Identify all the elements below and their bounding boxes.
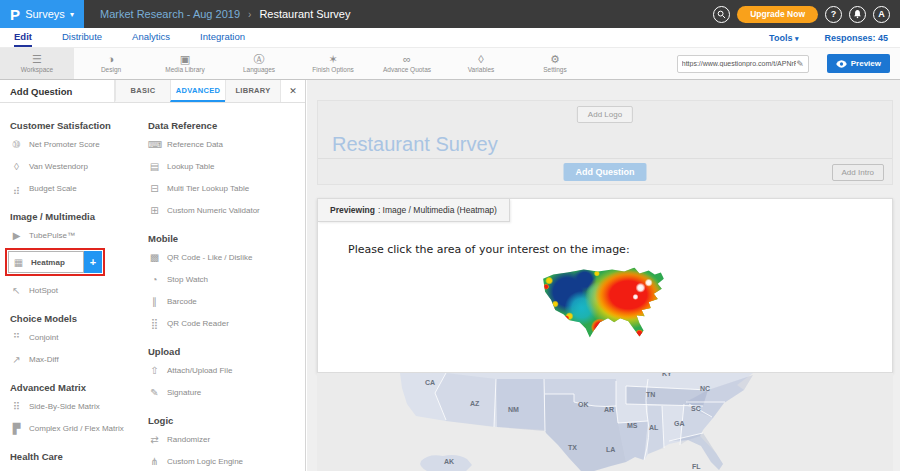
breadcrumb: Market Research - Aug 2019 › Restaurant … — [100, 8, 350, 20]
toolbar-item[interactable]: ☰ Workspace — [0, 48, 74, 79]
qr-reader-icon: ⣿ — [148, 318, 161, 329]
question-type-column-2: Data Reference ⌨ Reference Data — [148, 108, 302, 471]
question-type-column-1: Customer Satisfaction ⑩ Net Promoter Sco… — [10, 108, 148, 471]
toolbar-item[interactable]: ◊ Variables — [444, 48, 518, 79]
close-icon[interactable]: ✕ — [280, 80, 305, 102]
subnav-item[interactable]: Analytics — [132, 28, 170, 47]
keyboard-icon: ⌨ — [148, 139, 161, 150]
avatar[interactable]: A — [873, 6, 890, 23]
share-url-input[interactable] — [682, 60, 796, 67]
edit-url-icon[interactable]: ✎ — [796, 59, 804, 69]
notifications-button[interactable] — [849, 6, 866, 23]
numeric-validator-icon: ⊞ — [148, 205, 161, 216]
question-type-item[interactable]: ⣿ QR Code Reader — [148, 312, 302, 334]
question-type-item[interactable]: ◊ Van Westendorp — [10, 155, 148, 177]
toolbar-item[interactable]: Ⓐ Languages — [222, 48, 296, 79]
question-type-item[interactable]: ⊟ Multi Tier Lookup Table — [148, 177, 302, 199]
add-question-panel: Add Question BASICADVANCEDLIBRARY ✕ Cust… — [0, 80, 306, 471]
multi-tier-icon: ⊟ — [148, 183, 161, 194]
subnav-items: EditDistributeAnalyticsIntegration — [14, 28, 245, 47]
question-type-item[interactable]: ☻ Homunculus Question — [10, 464, 148, 471]
question-type-item[interactable]: ⊞ Custom Numeric Validator — [148, 199, 302, 221]
panel-title: Add Question — [0, 80, 115, 102]
state-label: KY — [662, 373, 672, 377]
question-type-item: Logic — [148, 412, 302, 428]
add-selected-question-button[interactable] — [84, 251, 102, 273]
panel-tab[interactable]: LIBRARY — [225, 80, 280, 102]
question-type-item[interactable]: ⑩ Net Promoter Score — [10, 133, 148, 155]
topbar: P Surveys ▾ Market Research - Aug 2019 ›… — [0, 0, 900, 28]
question-type-item[interactable]: ▛ Complex Grid / Flex Matrix — [10, 417, 148, 439]
help-button[interactable]: ? — [825, 6, 842, 23]
toolbar-right: ✎ Preview — [677, 48, 900, 79]
question-type-item: Mobile — [148, 230, 302, 246]
question-type-item[interactable]: ▦ Heatmap — [5, 248, 105, 276]
tools-menu[interactable]: Tools ▾ — [769, 33, 798, 43]
lookup-table-icon: ▤ — [148, 161, 161, 172]
us-map-question-image[interactable]: KYCAAZNMOKARTNNCSCMSALGATXLAFLAK — [317, 373, 893, 471]
state-label: AZ — [470, 400, 479, 407]
search-button[interactable] — [713, 6, 730, 23]
toolbar-item[interactable]: ◑ Design — [74, 48, 148, 79]
subnav-item[interactable]: Edit — [14, 28, 32, 47]
panel-header: Add Question BASICADVANCEDLIBRARY ✕ — [0, 80, 305, 103]
subnav: EditDistributeAnalyticsIntegration Tools… — [0, 28, 900, 48]
state-label: MS — [627, 422, 638, 429]
question-type-item[interactable]: ✎ Signature — [148, 381, 302, 403]
question-type-item[interactable]: ⌨ Reference Data — [148, 133, 302, 155]
media-library-icon: ▣ — [180, 54, 190, 65]
design-icon: ◑ — [108, 54, 115, 65]
panel-tab[interactable]: ADVANCED — [170, 80, 225, 102]
responses-link[interactable]: Responses: 45 — [824, 33, 888, 43]
state-label: TN — [646, 391, 655, 398]
survey-canvas: Add Logo Restaurant Survey Add Question … — [307, 80, 900, 471]
add-question-button[interactable]: Add Question — [564, 163, 647, 181]
breadcrumb-parent[interactable]: Market Research - Aug 2019 — [100, 8, 240, 20]
finish-options-icon: ✶ — [328, 54, 337, 65]
question-type-item[interactable]: ∥ Barcode — [148, 290, 302, 312]
question-type-item[interactable]: ▩ QR Code - Like / Dislike — [148, 246, 302, 268]
state-label: FL — [692, 463, 701, 470]
preview-button[interactable]: Preview — [827, 54, 890, 73]
toolbar-item[interactable]: ✶ Finish Options — [296, 48, 370, 79]
state-label: TX — [568, 444, 577, 451]
question-type-item[interactable]: ▤ Lookup Table — [148, 155, 302, 177]
subnav-item[interactable]: Distribute — [62, 28, 102, 47]
stopwatch-icon: ◔ — [148, 274, 161, 285]
complex-grid-icon: ▛ — [10, 423, 23, 434]
qr-code-icon: ▩ — [148, 252, 161, 263]
question-type-item: Upload — [148, 343, 302, 359]
add-logo-button[interactable]: Add Logo — [577, 106, 633, 123]
question-type-item[interactable]: ▶ TubePulse™ — [10, 224, 148, 246]
question-type-item[interactable]: ⇄ Randomizer — [148, 428, 302, 450]
questionpro-survey-editor: P Surveys ▾ Market Research - Aug 2019 ›… — [0, 0, 900, 471]
question-type-item[interactable]: ⋔ Custom Logic Engine — [148, 450, 302, 471]
question-preview-card: Previewing: Image / Multimedia (Heatmap)… — [317, 198, 893, 373]
signature-icon: ✎ — [148, 387, 161, 398]
toolbar-item[interactable]: ⚙ Settings — [518, 48, 592, 79]
question-type-item[interactable]: ⠿ Side-By-Side Matrix — [10, 395, 148, 417]
state-label: SC — [691, 405, 701, 412]
question-type-item: Data Reference — [148, 117, 302, 133]
state-label: CA — [425, 379, 435, 386]
question-type-item[interactable]: ↗ Max-Diff — [10, 348, 148, 370]
toolbar-item[interactable]: ∞ Advance Quotas — [370, 48, 444, 79]
question-type-item[interactable]: ◔ Stop Watch — [148, 268, 302, 290]
upgrade-now-button[interactable]: Upgrade Now — [737, 6, 818, 23]
survey-title[interactable]: Restaurant Survey — [332, 133, 498, 156]
toolbar-item[interactable]: ▣ Media Library — [148, 48, 222, 79]
logic-engine-icon: ⋔ — [148, 456, 161, 467]
previewing-badge: Previewing: Image / Multimedia (Heatmap) — [318, 199, 510, 222]
question-type-item[interactable]: ↖ HotSpot — [10, 279, 148, 301]
question-type-item[interactable]: ⠛ Conjoint — [10, 326, 148, 348]
panel-tab[interactable]: BASIC — [115, 80, 170, 102]
state-label: NC — [700, 385, 710, 392]
subnav-item[interactable]: Integration — [200, 28, 245, 47]
question-type-item[interactable]: ⇧ Attach/Upload File — [148, 359, 302, 381]
question-type-item[interactable]: ⣴ Budget Scale — [10, 177, 148, 199]
add-intro-button[interactable]: Add Intro — [832, 164, 884, 181]
surveys-menu[interactable]: P Surveys ▾ — [0, 0, 84, 28]
heatmap-usa-image[interactable] — [539, 265, 671, 341]
upload-icon: ⇧ — [148, 365, 161, 376]
eye-icon — [836, 60, 847, 68]
